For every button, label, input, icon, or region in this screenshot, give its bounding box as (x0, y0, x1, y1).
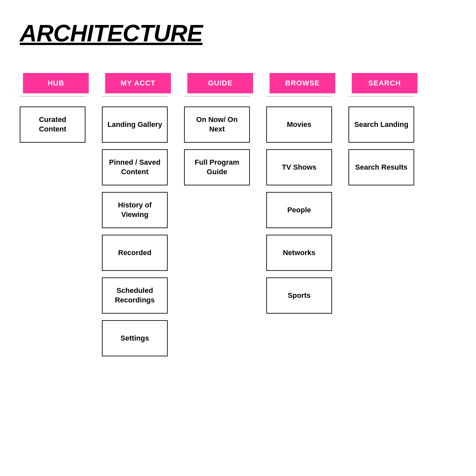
divider-line-search (348, 96, 414, 97)
divider-line-guide (184, 96, 250, 97)
nav-col-my-acct: MY ACCT (102, 73, 174, 93)
nav-button-browse[interactable]: BROWSE (270, 73, 335, 93)
browse-item-sports[interactable]: Sports (266, 277, 332, 314)
browse-item-tv-shows[interactable]: TV Shows (266, 149, 332, 185)
content-col-browse: Movies TV Shows People Networks Sports (266, 107, 339, 356)
guide-item-full-program-guide[interactable]: Full Program Guide (184, 149, 250, 185)
nav-button-hub[interactable]: HUB (23, 73, 89, 93)
divider-line-browse (266, 96, 332, 97)
divider-col-browse (266, 93, 339, 97)
my-acct-item-landing-gallery[interactable]: Landing Gallery (102, 107, 168, 143)
guide-item-on-now-on-next[interactable]: On Now/ On Next (184, 107, 250, 143)
hub-item-curated-content[interactable]: Curated Content (20, 107, 85, 143)
nav-col-search: SEARCH (348, 73, 421, 93)
my-acct-item-scheduled-recordings[interactable]: Scheduled Recordings (102, 277, 168, 314)
my-acct-item-pinned-saved[interactable]: Pinned / Saved Content (102, 149, 168, 185)
nav-button-guide[interactable]: GUIDE (187, 73, 253, 93)
browse-item-people[interactable]: People (266, 192, 332, 228)
divider-col-hub (20, 93, 92, 97)
browse-item-networks[interactable]: Networks (266, 235, 332, 271)
search-item-search-landing[interactable]: Search Landing (348, 107, 414, 143)
browse-item-movies[interactable]: Movies (266, 107, 332, 143)
page-title: ARCHITECTURE (20, 20, 456, 47)
my-acct-item-settings[interactable]: Settings (102, 320, 168, 356)
nav-col-browse: BROWSE (266, 73, 339, 93)
nav-button-search[interactable]: SEARCH (352, 73, 417, 93)
my-acct-item-history-viewing[interactable]: History of Viewing (102, 192, 168, 228)
content-col-my-acct: Landing Gallery Pinned / Saved Content H… (102, 107, 174, 356)
nav-col-hub: HUB (20, 73, 92, 93)
nav-col-guide: GUIDE (184, 73, 256, 93)
architecture-container: HUB MY ACCT GUIDE BROWSE SEARCH (20, 73, 456, 356)
divider-line-hub (20, 96, 85, 97)
my-acct-item-recorded[interactable]: Recorded (102, 235, 168, 271)
divider-row (20, 93, 456, 97)
content-col-search: Search Landing Search Results (348, 107, 421, 356)
divider-col-guide (184, 93, 256, 97)
nav-button-my-acct[interactable]: MY ACCT (105, 73, 171, 93)
search-item-search-results[interactable]: Search Results (348, 149, 414, 185)
divider-col-my-acct (102, 93, 174, 97)
content-area: Curated Content Landing Gallery Pinned /… (20, 107, 456, 356)
divider-line-my-acct (102, 96, 168, 97)
content-col-hub: Curated Content (20, 107, 92, 356)
content-col-guide: On Now/ On Next Full Program Guide (184, 107, 256, 356)
divider-col-search (348, 93, 421, 97)
nav-row: HUB MY ACCT GUIDE BROWSE SEARCH (20, 73, 456, 93)
